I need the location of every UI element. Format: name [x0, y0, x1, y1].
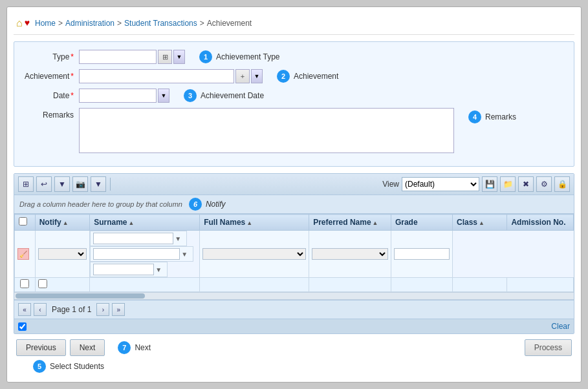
- data-cell-grade: [391, 278, 452, 292]
- filter-cell-checkbox: 🧹: [15, 231, 36, 278]
- filter-cell-surname: ▼: [90, 231, 187, 246]
- achievement-add-button[interactable]: +: [235, 69, 250, 83]
- toolbar-camera-dropdown[interactable]: ▼: [91, 176, 106, 192]
- filter-surname-icon[interactable]: ▼: [175, 235, 181, 242]
- callout-2: 2 Achievement: [273, 70, 338, 83]
- achievement-input-group: + ▼: [79, 69, 263, 83]
- toolbar-folder-icon[interactable]: 📁: [500, 176, 516, 192]
- type-required: *: [71, 52, 74, 61]
- toolbar-save-icon[interactable]: 💾: [482, 176, 497, 192]
- date-dropdown-button[interactable]: ▼: [158, 89, 169, 103]
- filter-class-select[interactable]: [312, 248, 388, 260]
- filter-surname-input[interactable]: [93, 233, 173, 244]
- next-button[interactable]: Next: [70, 339, 105, 356]
- last-page-button[interactable]: »: [112, 303, 125, 316]
- callout-4-num: 4: [468, 110, 481, 123]
- toolbar-filter-icon[interactable]: ▼: [54, 176, 70, 192]
- toolbar-sep: [110, 178, 111, 191]
- date-input[interactable]: [79, 89, 157, 103]
- breadcrumb-student-transactions[interactable]: Student Transactions: [124, 19, 197, 28]
- table-header-row: Notify▲ Surname▲ Full Names▲ Preferred N…: [15, 215, 574, 231]
- data-cell-class: [452, 278, 506, 292]
- toolbar-close-icon[interactable]: ✖: [518, 176, 534, 192]
- type-browse-button[interactable]: ⊞: [158, 50, 172, 64]
- type-label: Type*: [22, 52, 74, 61]
- achievement-row: Achievement* + ▼ 2 Achievement: [22, 69, 566, 83]
- heart-icon: ♥: [25, 17, 30, 29]
- class-sort-icon: ▲: [479, 220, 485, 226]
- bottom-left-buttons: Previous Next 7 Next: [16, 339, 151, 356]
- filter-notify-select[interactable]: [38, 248, 87, 260]
- filter-preferred-icon[interactable]: ▼: [155, 266, 162, 273]
- filter-cell-fullnames: ▼: [90, 246, 193, 262]
- col-header-fullnames: Full Names▲: [200, 215, 309, 231]
- callout-1-text: Achievement Type: [216, 52, 280, 61]
- toolbar-back-icon[interactable]: ↩: [36, 176, 52, 192]
- achievement-dropdown-button[interactable]: ▼: [251, 69, 263, 83]
- callout-7-text: Next: [135, 343, 151, 352]
- form-section: Type* ⊞ ▼ 1 Achievement Type Achievement…: [14, 41, 574, 167]
- type-dropdown-button[interactable]: ▼: [173, 50, 185, 64]
- toolbar-grid-icon[interactable]: ⊞: [18, 176, 34, 192]
- header-checkbox[interactable]: [19, 217, 27, 226]
- view-label: View: [382, 180, 399, 189]
- filter-cell-grade: [200, 231, 309, 278]
- remarks-textarea[interactable]: [79, 108, 454, 153]
- breadcrumb: ⌂ ♥ Home > Administration > Student Tran…: [14, 14, 574, 35]
- row-checkbox[interactable]: [20, 279, 29, 288]
- filter-cell-admission: [391, 231, 452, 278]
- callout-4-text: Remarks: [485, 112, 516, 121]
- data-cell-surname: [90, 278, 200, 292]
- breadcrumb-sep-2: >: [117, 19, 122, 28]
- breadcrumb-admin[interactable]: Administration: [65, 19, 114, 28]
- filter-fullnames-icon[interactable]: ▼: [181, 251, 188, 258]
- col-header-class: Class▲: [452, 215, 506, 231]
- breadcrumb-sep-3: >: [200, 19, 204, 28]
- col-header-grade: Grade: [391, 215, 452, 231]
- next-page-button[interactable]: ›: [96, 303, 109, 316]
- callout-5-num: 5: [33, 360, 46, 373]
- view-select[interactable]: (Default): [402, 177, 479, 191]
- process-button[interactable]: Process: [525, 339, 572, 356]
- filter-cell-class: [309, 231, 391, 278]
- select-all-checkbox[interactable]: [18, 322, 27, 331]
- callout-3-text: Achievement Date: [201, 91, 264, 100]
- toolbar-lock-icon[interactable]: 🔒: [554, 176, 570, 192]
- toolbar-settings-icon[interactable]: ⚙: [536, 176, 552, 192]
- previous-button[interactable]: Previous: [16, 339, 66, 356]
- achievement-input[interactable]: [79, 69, 234, 83]
- callout-6: 6 Notify: [189, 198, 226, 211]
- date-required: *: [71, 91, 74, 100]
- breadcrumb-current: Achievement: [207, 19, 252, 28]
- pagination-bar: « ‹ Page 1 of 1 › »: [14, 300, 574, 319]
- data-cell-notify: [35, 278, 89, 292]
- date-input-group: ▼: [79, 89, 169, 103]
- remarks-label: Remarks: [22, 108, 74, 120]
- clear-link[interactable]: Clear: [551, 322, 570, 331]
- home-icon: ⌂: [16, 17, 23, 29]
- breadcrumb-icons: ⌂ ♥: [16, 17, 30, 29]
- filter-preferred-input[interactable]: [93, 264, 154, 275]
- filter-clear-button[interactable]: 🧹: [17, 248, 29, 260]
- callout-3-num: 3: [184, 89, 197, 102]
- row-notify-checkbox[interactable]: [38, 279, 47, 288]
- breadcrumb-home[interactable]: Home: [35, 19, 56, 28]
- remarks-row: Remarks 4 Remarks: [22, 108, 566, 153]
- callout-6-num: 6: [189, 198, 202, 211]
- callout-6-text: Notify: [206, 200, 226, 209]
- filter-fullnames-input[interactable]: [93, 248, 180, 260]
- fullnames-sort-icon: ▲: [246, 220, 252, 226]
- select-all-row: Clear: [14, 319, 574, 333]
- horizontal-scrollbar[interactable]: [14, 292, 574, 300]
- data-cell-fullnames: [200, 278, 309, 292]
- type-input[interactable]: [79, 50, 157, 64]
- callout-3: 3 Achievement Date: [180, 89, 264, 102]
- first-page-button[interactable]: «: [18, 303, 31, 316]
- prev-page-button[interactable]: ‹: [34, 303, 47, 316]
- data-cell-preferred: [309, 278, 391, 292]
- filter-grade-select[interactable]: [202, 248, 306, 260]
- filter-admission-input[interactable]: [394, 248, 450, 260]
- toolbar-camera-icon[interactable]: 📷: [72, 176, 88, 192]
- callout-1: 1 Achievement Type: [195, 50, 280, 63]
- grid-toolbar: ⊞ ↩ ▼ 📷 ▼ View (Default) 💾 📁 ✖ ⚙ 🔒: [14, 174, 574, 195]
